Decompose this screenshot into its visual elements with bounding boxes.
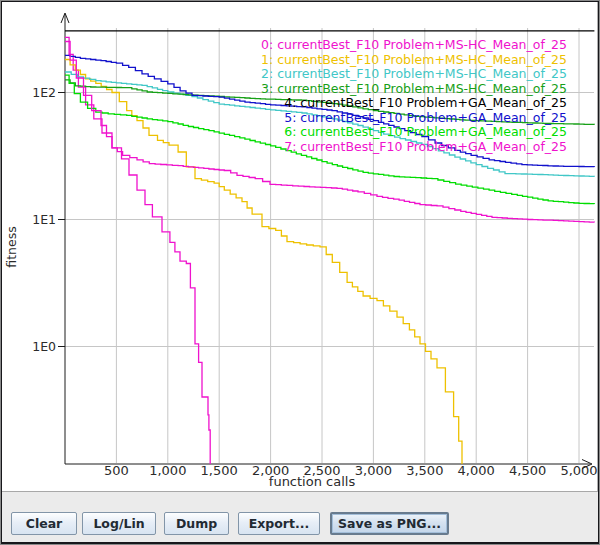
y-tick-label: 1E1 (32, 212, 56, 227)
legend-entry-5: 5: currentBest_F10 Problem+GA_Mean_of_25 (284, 110, 567, 125)
x-tick-label: 5,000 (560, 463, 597, 478)
x-tick-label: 4,500 (509, 463, 546, 478)
x-tick-label: 4,000 (458, 463, 495, 478)
x-tick-label: 3,500 (406, 463, 443, 478)
legend-entry-7: 7: currentBest_F10 Problem+GA_Mean_of_25 (284, 139, 567, 154)
x-axis-label: function calls (269, 474, 356, 489)
x-tick-label: 1,000 (149, 463, 186, 478)
button-bar: Clear Log/Lin Dump Export... Save as PNG… (2, 492, 598, 543)
x-tick-label: 3,000 (355, 463, 392, 478)
save-as-png-button[interactable]: Save as PNG... (330, 512, 449, 535)
legend-entry-0: 0: currentBest_F10 Problem+MS-HC_Mean_of… (261, 37, 567, 52)
fitness-plot[interactable]: 5001,0001,5002,0002,5003,0003,5004,0004,… (2, 2, 598, 491)
y-tick-label: 1E2 (32, 85, 56, 100)
loglin-button[interactable]: Log/Lin (82, 512, 156, 535)
plot-window: 5001,0001,5002,0002,5003,0003,5004,0004,… (0, 0, 600, 545)
legend-entry-1: 1: currentBest_F10 Problem+MS-HC_Mean_of… (261, 52, 567, 67)
y-axis-label: fitness (4, 226, 19, 267)
clear-button[interactable]: Clear (11, 512, 77, 535)
legend-entry-3: 3: currentBest_F10 Problem+MS-HC_Mean_of… (261, 81, 567, 96)
legend-entry-2: 2: currentBest_F10 Problem+MS-HC_Mean_of… (261, 66, 567, 81)
plot-panel[interactable]: 5001,0001,5002,0002,5003,0003,5004,0004,… (2, 2, 598, 492)
x-tick-label: 1,500 (201, 463, 238, 478)
plot-window-inner: 5001,0001,5002,0002,5003,0003,5004,0004,… (1, 1, 599, 544)
legend[interactable]: 0: currentBest_F10 Problem+MS-HC_Mean_of… (261, 37, 567, 154)
legend-entry-6: 6: currentBest_F10 Problem+GA_Mean_of_25 (284, 124, 567, 139)
export-button[interactable]: Export... (238, 512, 320, 535)
dump-button[interactable]: Dump (164, 512, 229, 535)
x-tick-label: 500 (104, 463, 129, 478)
y-tick-label: 1E0 (32, 339, 56, 354)
legend-entry-4: 4: currentBest_F10 Problem+GA_Mean_of_25 (284, 95, 567, 110)
